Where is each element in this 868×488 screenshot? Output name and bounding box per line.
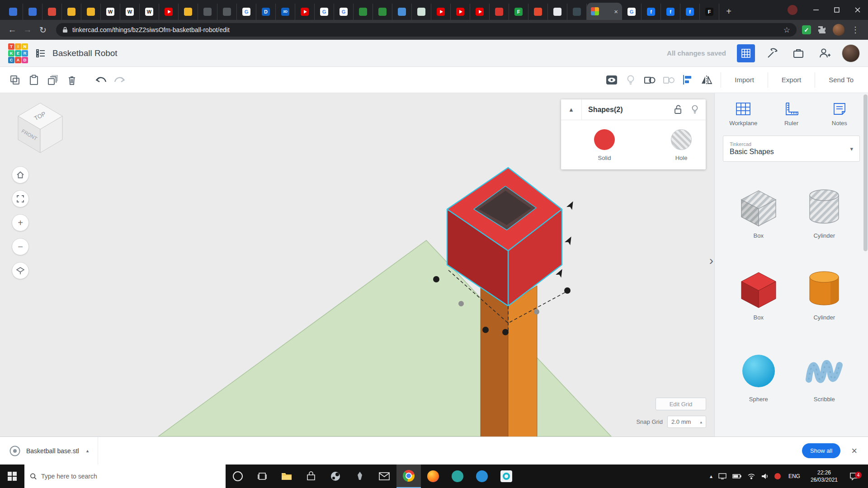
send-to-button[interactable]: Send To: [820, 71, 863, 88]
download-item[interactable]: Basketball base.stl ▴: [0, 437, 98, 465]
browser-tab[interactable]: G: [237, 4, 256, 20]
briefcase-icon[interactable]: [789, 44, 807, 62]
panel-collapse-button[interactable]: ▲: [561, 99, 582, 120]
shape-tile-cylinder-hole[interactable]: Cylinder: [796, 184, 852, 239]
search-input[interactable]: [41, 473, 220, 480]
dashboard-icon[interactable]: [35, 48, 46, 59]
import-button[interactable]: Import: [726, 71, 763, 88]
sidebar-collapse-chevron[interactable]: ›: [709, 253, 713, 268]
hole-swatch[interactable]: [671, 129, 692, 150]
battery-tray-icon[interactable]: [732, 474, 741, 479]
shape-tile-cylinder-orange[interactable]: Cylinder: [796, 266, 852, 321]
browser-tab[interactable]: G: [315, 4, 334, 20]
browser-tab[interactable]: W: [140, 4, 159, 20]
camera-app-icon[interactable]: [470, 465, 494, 488]
browser-tab[interactable]: W: [101, 4, 120, 20]
browser-tab[interactable]: [470, 4, 490, 20]
browser-tab[interactable]: F: [509, 4, 528, 20]
lock-toggle-icon[interactable]: [674, 105, 682, 114]
scrollbar-thumb[interactable]: [863, 94, 868, 251]
hole-option[interactable]: Hole: [657, 129, 706, 161]
undo-button[interactable]: [91, 70, 110, 89]
language-indicator[interactable]: ENG: [787, 473, 802, 479]
steam-icon[interactable]: [323, 465, 348, 488]
download-item-caret-icon[interactable]: ▴: [86, 448, 89, 454]
browser-tab[interactable]: D: [256, 4, 276, 20]
shape-tile-sphere[interactable]: Sphere: [731, 348, 787, 403]
browser-tab[interactable]: [451, 4, 470, 20]
tray-expand-icon[interactable]: ▴: [710, 473, 712, 479]
action-center-button[interactable]: 4: [846, 472, 862, 480]
shape-library-dropdown[interactable]: Tinkercad Basic Shapes ▾: [723, 136, 860, 162]
add-user-icon[interactable]: [816, 44, 834, 62]
browser-tab[interactable]: [217, 4, 237, 20]
capture-app-icon[interactable]: [494, 465, 519, 488]
copy-button[interactable]: [5, 70, 24, 89]
design-title[interactable]: Basketball Robot: [52, 48, 118, 58]
minimize-button[interactable]: [806, 0, 826, 20]
start-button[interactable]: [0, 465, 24, 488]
workplane-view-button[interactable]: [12, 262, 29, 279]
paste-button[interactable]: [24, 70, 43, 89]
notes-tool[interactable]: Notes: [818, 101, 861, 127]
show-all-eye-button[interactable]: [602, 70, 621, 89]
shape-tile-scribble[interactable]: Scribble: [796, 348, 852, 403]
browser-tab[interactable]: [159, 4, 179, 20]
cortana-button[interactable]: [226, 465, 250, 488]
game-app-icon[interactable]: [348, 465, 372, 488]
browser-tab[interactable]: [4, 4, 23, 20]
firefox-icon[interactable]: [421, 465, 445, 488]
export-button[interactable]: Export: [773, 71, 810, 88]
blocks-view-button[interactable]: [737, 44, 755, 62]
browser-tab[interactable]: G: [622, 4, 642, 20]
browser-tab[interactable]: [62, 4, 81, 20]
refresh-button[interactable]: ↻: [35, 22, 51, 38]
sidebar-scrollbar[interactable]: [863, 94, 868, 435]
store-icon[interactable]: [299, 465, 323, 488]
zoom-out-button[interactable]: −: [12, 238, 29, 255]
solid-option[interactable]: Solid: [580, 129, 629, 161]
back-button[interactable]: ←: [5, 22, 20, 38]
browser-tab[interactable]: [23, 4, 42, 20]
show-all-downloads-button[interactable]: Show all: [802, 443, 840, 458]
browser-tab[interactable]: [81, 4, 101, 20]
3d-viewport[interactable]: TOP FRONT + −: [0, 93, 714, 436]
browser-tab[interactable]: [528, 4, 548, 20]
bookmark-icon[interactable]: ☆: [783, 25, 790, 35]
ungroup-button[interactable]: [659, 70, 678, 89]
account-avatar[interactable]: [842, 44, 860, 62]
download-bar-close-icon[interactable]: ×: [851, 446, 857, 456]
snap-grid-select[interactable]: 2.0 mm ▴: [667, 416, 706, 428]
edit-grid-button[interactable]: Edit Grid: [656, 398, 706, 410]
browser-tab[interactable]: [295, 4, 315, 20]
browser-tab[interactable]: 3D: [276, 4, 295, 20]
extensions-puzzle-icon[interactable]: [817, 25, 826, 34]
view-cube[interactable]: TOP FRONT: [13, 99, 68, 156]
task-view-button[interactable]: [250, 465, 274, 488]
browser-tab[interactable]: G: [334, 4, 354, 20]
new-tab-button[interactable]: +: [722, 5, 736, 18]
orange-column[interactable]: [481, 286, 537, 436]
home-view-button[interactable]: [12, 166, 29, 183]
redo-button[interactable]: [110, 70, 129, 89]
browser-tab-active[interactable]: ×: [587, 3, 622, 20]
shape-tile-box-red[interactable]: Box: [731, 266, 787, 321]
group-button[interactable]: [640, 70, 659, 89]
browser-extra-icon[interactable]: [788, 5, 797, 15]
browser-tab[interactable]: [42, 4, 62, 20]
address-bar[interactable]: tinkercad.com/things/bzZ2siwsOfm-basketb…: [56, 23, 797, 37]
display-tray-icon[interactable]: [718, 473, 726, 479]
volume-tray-icon[interactable]: [761, 473, 769, 479]
browser-tab[interactable]: W: [120, 4, 140, 20]
visibility-bulb-icon[interactable]: [691, 105, 698, 114]
taskbar-search[interactable]: [24, 465, 226, 488]
duplicate-button[interactable]: [43, 70, 62, 89]
antivirus-tray-icon[interactable]: [774, 473, 781, 479]
teams-app-icon[interactable]: [445, 465, 470, 488]
wifi-tray-icon[interactable]: [747, 473, 755, 479]
browser-tab[interactable]: F: [700, 4, 719, 20]
delete-button[interactable]: [62, 70, 81, 89]
browser-menu-icon[interactable]: ⋮: [851, 25, 860, 35]
mail-icon[interactable]: [372, 465, 396, 488]
browser-tab[interactable]: [354, 4, 373, 20]
